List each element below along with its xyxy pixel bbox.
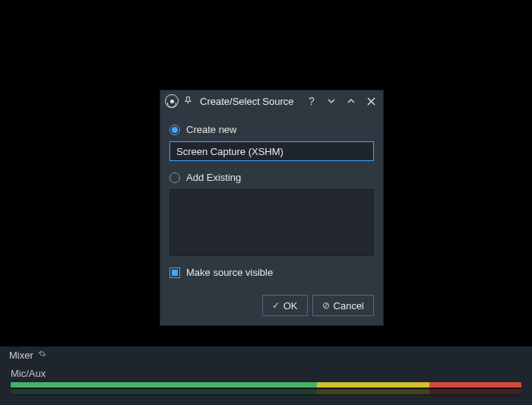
check-icon: ✓ [272,300,280,311]
checkbox-icon [169,267,180,278]
close-button[interactable] [363,93,378,109]
add-existing-label: Add Existing [186,172,241,183]
ok-label: OK [283,300,298,312]
dialog-titlebar[interactable]: Create/Select Source ? [160,90,383,112]
radio-icon [169,172,180,183]
mixer-header: Mixer [0,346,532,363]
make-visible-checkbox[interactable]: Make source visible [169,267,374,278]
pin-icon[interactable] [183,96,192,107]
mixer-title: Mixer [9,350,33,361]
obs-app-icon [165,94,179,108]
existing-sources-listbox[interactable] [169,189,374,256]
mixer-body: Mic/Aux [0,363,532,395]
channel-label: Mic/Aux [11,368,521,379]
make-visible-label: Make source visible [186,267,273,278]
create-select-source-dialog: Create/Select Source ? Create new Add Ex… [160,90,384,326]
dialog-title: Create/Select Source [200,96,294,107]
create-new-radio[interactable]: Create new [169,124,374,135]
source-name-input[interactable] [169,141,374,161]
add-existing-radio[interactable]: Add Existing [169,172,374,183]
radio-icon [169,125,180,135]
gear-icon[interactable] [38,350,46,360]
create-new-label: Create new [186,124,236,135]
cancel-icon: ⊘ [322,300,330,311]
cancel-label: Cancel [334,300,364,312]
help-button[interactable]: ? [304,93,319,109]
dialog-body: Create new Add Existing Make source visi… [160,112,383,287]
minimize-button[interactable] [324,93,339,109]
cancel-button[interactable]: ⊘ Cancel [312,295,374,316]
ok-button[interactable]: ✓ OK [262,295,308,316]
dialog-button-row: ✓ OK ⊘ Cancel [160,287,383,325]
maximize-button[interactable] [344,93,359,109]
mixer-panel: Mixer Mic/Aux [0,346,532,405]
audio-meter [11,382,521,395]
